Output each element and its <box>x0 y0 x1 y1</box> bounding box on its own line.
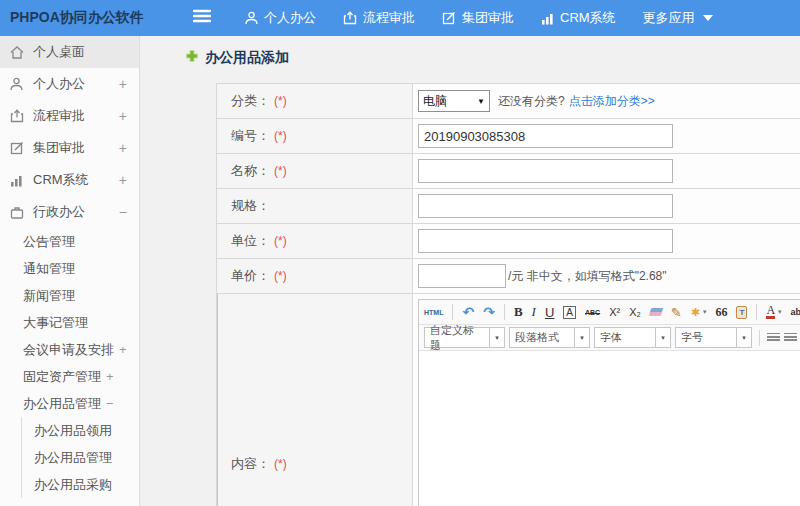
price-format-hint: /元 非中文，如填写格式"2.68" <box>508 268 667 285</box>
sidebar-label: 办公用品采购 <box>34 476 112 494</box>
topnav-label: 个人办公 <box>264 9 316 27</box>
italic-button[interactable]: I <box>532 304 536 320</box>
align-left-button[interactable] <box>767 333 780 343</box>
edit-square-icon <box>10 141 25 155</box>
sidebar-item-supplies-purchase[interactable]: 办公用品采购 <box>22 471 139 498</box>
sidebar-item-admin-office[interactable]: 行政办公 − <box>0 196 139 228</box>
bold-button[interactable]: B <box>514 304 523 320</box>
sidebar-item-personal-desktop[interactable]: 个人桌面 <box>0 36 139 68</box>
required-mark: (*) <box>274 94 287 108</box>
caret-down-icon: ▾ <box>574 328 589 347</box>
sidebar-item-supplies-claim[interactable]: 办公用品领用 <box>22 417 139 444</box>
spec-input[interactable] <box>418 194 673 218</box>
topnav-crm-system[interactable]: CRM系统 <box>541 9 616 27</box>
html-source-button[interactable]: HTML <box>424 309 443 316</box>
sidebar-item-office-supplies-mgmt[interactable]: 办公用品管理 − <box>0 390 139 417</box>
sidebar-item-supplies-manage[interactable]: 办公用品管理 <box>22 444 139 471</box>
topnav-process-approval[interactable]: 流程审批 <box>343 9 415 27</box>
sidebar-label: 行政办公 <box>33 203 85 221</box>
underline-button[interactable]: U <box>545 305 554 320</box>
expand-plus-icon[interactable]: + <box>106 369 114 384</box>
expand-plus-icon[interactable]: + <box>119 342 127 357</box>
blockquote-button[interactable]: 66 <box>715 305 727 320</box>
font-border-button[interactable]: A <box>563 306 576 319</box>
category-select[interactable]: 电脑 ▼ <box>418 90 490 112</box>
sidebar: 个人桌面 个人办公 + 流程审批 + 集团审批 + CRM系统 + 行政办公 − <box>0 36 140 506</box>
unit-input[interactable] <box>418 229 673 253</box>
collapse-minus-icon[interactable]: − <box>119 204 127 220</box>
sidebar-item-announcement-mgmt[interactable]: 公告管理 <box>0 228 139 255</box>
edit-square-icon <box>442 11 456 25</box>
sidebar-label: 个人桌面 <box>33 43 85 61</box>
auto-typeset-button[interactable]: ✱▾ <box>691 306 707 319</box>
topnav-group-approval[interactable]: 集团审批 <box>442 9 514 27</box>
collapse-minus-icon[interactable]: − <box>106 396 114 411</box>
sidebar-label: 办公用品管理 <box>23 395 101 413</box>
form-row-spec: 规格： <box>217 189 800 224</box>
add-category-link[interactable]: 点击添加分类>> <box>569 93 655 110</box>
sidebar-label: 个人办公 <box>33 75 85 93</box>
sidebar-label: 大事记管理 <box>23 314 88 332</box>
bar-chart-icon <box>10 174 25 187</box>
bar-chart-icon <box>541 12 554 25</box>
highlight-color-button[interactable]: ab✎▾ <box>791 307 800 318</box>
editor-content-area[interactable] <box>419 351 800 506</box>
field-label: 规格： <box>217 189 413 223</box>
topnav-label: CRM系统 <box>560 9 616 27</box>
sidebar-item-notice-mgmt[interactable]: 通知管理 <box>0 255 139 282</box>
undo-button[interactable]: ↶ <box>462 304 474 320</box>
app-logo: PHPOA协同办公软件 <box>0 9 185 27</box>
custom-title-dropdown[interactable]: 自定义标题 ▾ <box>424 327 505 348</box>
sidebar-item-crm-system[interactable]: CRM系统 + <box>0 164 139 196</box>
expand-plus-icon[interactable]: + <box>119 108 127 124</box>
sidebar-item-process-approval[interactable]: 流程审批 + <box>0 100 139 132</box>
sidebar-item-group-approval[interactable]: 集团审批 + <box>0 132 139 164</box>
name-input[interactable] <box>418 159 673 183</box>
expand-plus-icon[interactable]: + <box>119 140 127 156</box>
paragraph-format-dropdown[interactable]: 段落格式 ▾ <box>509 327 590 348</box>
sidebar-item-events-mgmt[interactable]: 大事记管理 <box>0 309 139 336</box>
sidebar-item-meeting-mgmt[interactable]: 会议申请及安排 + <box>0 336 139 363</box>
font-size-dropdown[interactable]: 字号 ▾ <box>675 327 752 348</box>
toolbar-separator <box>756 304 757 320</box>
topnav-personal-office[interactable]: 个人办公 <box>245 9 316 27</box>
strikethrough-button[interactable]: ABC <box>585 309 600 316</box>
flow-export-icon <box>343 11 357 25</box>
page-title-text: 办公用品添加 <box>205 49 289 67</box>
field-label: 单价： (*) <box>217 259 413 293</box>
superscript-button[interactable]: X² <box>609 306 620 318</box>
person-icon <box>245 11 258 25</box>
code-input[interactable] <box>418 124 673 148</box>
expand-plus-icon[interactable]: + <box>119 172 127 188</box>
topnav-label: 更多应用 <box>643 9 695 27</box>
eraser-icon <box>648 308 663 316</box>
sidebar-label: 集团审批 <box>33 139 85 157</box>
sidebar-item-news-mgmt[interactable]: 新闻管理 <box>0 282 139 309</box>
caret-down-icon: ▾ <box>703 308 707 316</box>
form-row-price: 单价： (*) /元 非中文，如填写格式"2.68" <box>217 259 800 294</box>
caret-down-icon: ▾ <box>778 308 782 316</box>
subscript-button[interactable]: X₂ <box>629 306 641 318</box>
paste-text-button[interactable]: T <box>736 306 747 319</box>
expand-plus-icon[interactable]: + <box>119 76 127 92</box>
sidebar-label: 通知管理 <box>23 260 75 278</box>
top-navigation: 个人办公 流程审批 集团审批 CRM系统 更多应用 <box>245 9 713 27</box>
sidebar-item-fixed-assets-mgmt[interactable]: 固定资产管理 + <box>0 363 139 390</box>
remove-format-button[interactable] <box>650 308 662 316</box>
topnav-label: 集团审批 <box>462 9 514 27</box>
topnav-more-apps[interactable]: 更多应用 <box>643 9 713 27</box>
format-brush-button[interactable]: ✎ <box>671 305 682 320</box>
sidebar-item-personal-office[interactable]: 个人办公 + <box>0 68 139 100</box>
redo-button[interactable]: ↷ <box>483 304 495 320</box>
supplies-add-form: 分类： (*) 电脑 ▼ 还没有分类? 点击添加分类>> 编号： (*) <box>216 83 800 506</box>
select-arrow-icon: ▼ <box>477 97 485 106</box>
toolbar-separator <box>452 304 453 320</box>
font-color-button[interactable]: A▾ <box>766 305 781 319</box>
font-family-dropdown[interactable]: 字体 ▾ <box>594 327 671 348</box>
required-mark: (*) <box>274 234 287 248</box>
required-mark: (*) <box>274 164 287 178</box>
sidebar-label: 固定资产管理 <box>23 368 101 386</box>
price-input[interactable] <box>418 264 506 288</box>
hamburger-menu-icon[interactable] <box>193 9 213 27</box>
align-center-button[interactable] <box>784 333 797 343</box>
